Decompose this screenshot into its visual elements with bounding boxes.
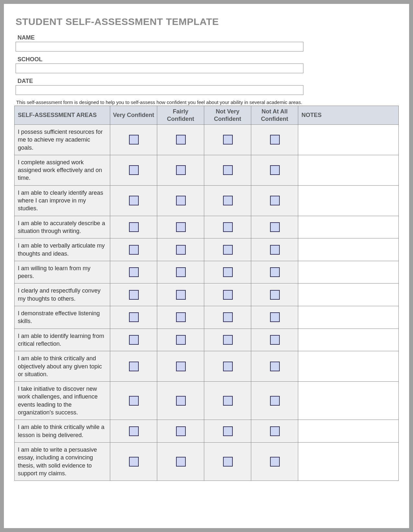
checkbox-very-confident[interactable] (129, 362, 139, 371)
rating-cell-fairly-confident (157, 283, 204, 306)
rating-cell-not-very-confident (204, 351, 251, 382)
checkbox-not-at-all-confident[interactable] (270, 196, 280, 205)
rating-cell-fairly-confident (157, 329, 204, 351)
notes-cell[interactable] (298, 442, 399, 480)
header-very-confident: Very Confident (110, 106, 157, 125)
checkbox-very-confident[interactable] (129, 222, 139, 232)
area-cell: I demonstrate effective listening skills… (15, 306, 110, 329)
checkbox-not-at-all-confident[interactable] (270, 245, 280, 255)
checkbox-not-at-all-confident[interactable] (270, 362, 280, 371)
notes-cell[interactable] (298, 155, 399, 185)
notes-cell[interactable] (298, 125, 399, 155)
checkbox-not-very-confident[interactable] (223, 135, 233, 145)
rating-cell-not-at-all-confident (251, 351, 298, 382)
checkbox-very-confident[interactable] (129, 135, 139, 145)
checkbox-fairly-confident[interactable] (176, 222, 186, 232)
checkbox-fairly-confident[interactable] (176, 165, 186, 175)
checkbox-not-at-all-confident[interactable] (270, 426, 280, 436)
checkbox-very-confident[interactable] (129, 335, 139, 345)
rating-cell-very-confident (110, 420, 157, 443)
checkbox-not-very-confident[interactable] (223, 312, 233, 322)
area-cell: I am able to verbally articulate my thou… (15, 238, 110, 261)
rating-cell-not-very-confident (204, 261, 251, 283)
notes-cell[interactable] (298, 261, 399, 283)
notes-cell[interactable] (298, 306, 399, 329)
rating-cell-not-very-confident (204, 185, 251, 216)
page-title: STUDENT SELF-ASSESSMENT TEMPLATE (16, 16, 399, 27)
checkbox-very-confident[interactable] (129, 312, 139, 322)
header-notes: NOTES (298, 106, 399, 125)
date-input[interactable] (16, 85, 303, 95)
checkbox-not-at-all-confident[interactable] (270, 312, 280, 322)
checkbox-fairly-confident[interactable] (176, 312, 186, 322)
checkbox-very-confident[interactable] (129, 196, 139, 205)
checkbox-fairly-confident[interactable] (176, 245, 186, 255)
area-cell: I am able to think critically and object… (15, 351, 110, 382)
checkbox-very-confident[interactable] (129, 426, 139, 436)
rating-cell-very-confident (110, 351, 157, 382)
notes-cell[interactable] (298, 216, 399, 238)
checkbox-fairly-confident[interactable] (176, 362, 186, 371)
checkbox-not-very-confident[interactable] (223, 267, 233, 277)
checkbox-not-at-all-confident[interactable] (270, 335, 280, 345)
page-frame: STUDENT SELF-ASSESSMENT TEMPLATE NAME SC… (0, 0, 413, 532)
checkbox-not-very-confident[interactable] (223, 222, 233, 232)
notes-cell[interactable] (298, 420, 399, 443)
notes-cell[interactable] (298, 283, 399, 306)
rating-cell-not-at-all-confident (251, 283, 298, 306)
checkbox-not-very-confident[interactable] (223, 196, 233, 205)
checkbox-very-confident[interactable] (129, 457, 139, 467)
checkbox-not-very-confident[interactable] (223, 290, 233, 300)
rating-cell-not-at-all-confident (251, 238, 298, 261)
header-row: SELF-ASSESSMENT AREAS Very Confident Fai… (15, 106, 399, 125)
rating-cell-very-confident (110, 238, 157, 261)
date-label: DATE (18, 78, 399, 85)
checkbox-not-very-confident[interactable] (223, 396, 233, 406)
checkbox-not-at-all-confident[interactable] (270, 457, 280, 467)
checkbox-fairly-confident[interactable] (176, 135, 186, 145)
rating-cell-not-very-confident (204, 238, 251, 261)
checkbox-fairly-confident[interactable] (176, 335, 186, 345)
checkbox-not-very-confident[interactable] (223, 165, 233, 175)
checkbox-very-confident[interactable] (129, 267, 139, 277)
rating-cell-very-confident (110, 216, 157, 238)
checkbox-not-very-confident[interactable] (223, 362, 233, 371)
checkbox-fairly-confident[interactable] (176, 396, 186, 406)
rating-cell-not-at-all-confident (251, 155, 298, 185)
school-field-group: SCHOOL (16, 56, 399, 73)
checkbox-not-at-all-confident[interactable] (270, 396, 280, 406)
checkbox-not-at-all-confident[interactable] (270, 290, 280, 300)
checkbox-not-at-all-confident[interactable] (270, 135, 280, 145)
checkbox-very-confident[interactable] (129, 245, 139, 255)
name-input[interactable] (16, 42, 303, 52)
rating-cell-not-very-confident (204, 306, 251, 329)
notes-cell[interactable] (298, 351, 399, 382)
checkbox-not-very-confident[interactable] (223, 335, 233, 345)
table-row: I am able to accurately describe a situa… (15, 216, 399, 238)
notes-cell[interactable] (298, 382, 399, 420)
notes-cell[interactable] (298, 238, 399, 261)
name-field-group: NAME (16, 34, 399, 52)
checkbox-very-confident[interactable] (129, 396, 139, 406)
checkbox-very-confident[interactable] (129, 165, 139, 175)
checkbox-not-at-all-confident[interactable] (270, 222, 280, 232)
checkbox-fairly-confident[interactable] (176, 457, 186, 467)
rating-cell-not-very-confident (204, 283, 251, 306)
rating-cell-not-very-confident (204, 442, 251, 480)
checkbox-fairly-confident[interactable] (176, 290, 186, 300)
checkbox-not-at-all-confident[interactable] (270, 165, 280, 175)
checkbox-fairly-confident[interactable] (176, 196, 186, 205)
checkbox-not-very-confident[interactable] (223, 426, 233, 436)
notes-cell[interactable] (298, 185, 399, 216)
checkbox-fairly-confident[interactable] (176, 267, 186, 277)
rating-cell-fairly-confident (157, 442, 204, 480)
checkbox-not-very-confident[interactable] (223, 245, 233, 255)
checkbox-fairly-confident[interactable] (176, 426, 186, 436)
school-input[interactable] (16, 64, 303, 73)
rating-cell-very-confident (110, 155, 157, 185)
checkbox-very-confident[interactable] (129, 290, 139, 300)
checkbox-not-at-all-confident[interactable] (270, 267, 280, 277)
description-text: This self-assessment form is designed to… (16, 99, 399, 105)
notes-cell[interactable] (298, 329, 399, 351)
checkbox-not-very-confident[interactable] (223, 457, 233, 467)
